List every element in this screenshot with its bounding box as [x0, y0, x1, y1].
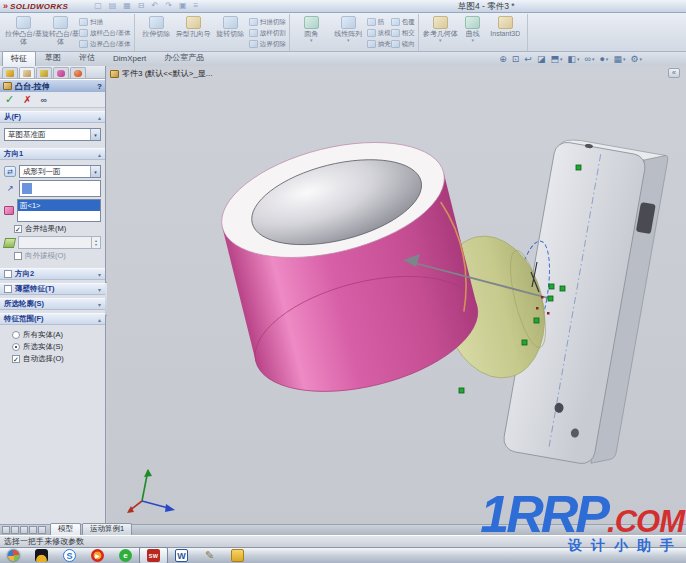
instant3d-button[interactable]: Instant3D [487, 15, 524, 38]
draft-outward-checkbox[interactable] [14, 252, 22, 260]
view-settings-icon[interactable]: ⚙▾ [630, 54, 642, 64]
swept-boss-button[interactable]: 扫描 [79, 17, 131, 27]
configuration-manager-tab[interactable] [36, 67, 52, 78]
property-manager-tab[interactable] [19, 67, 35, 78]
hide-show-items-icon[interactable]: ∞▾ [584, 54, 594, 64]
lofted-cut-button[interactable]: 放样切割 [249, 28, 286, 38]
new-document-icon[interactable]: ▢ [94, 1, 102, 11]
cancel-button[interactable]: ✗ [23, 94, 31, 105]
redo-icon[interactable]: ↷ [165, 1, 172, 11]
mirror-button[interactable]: 镜向 [391, 39, 415, 49]
graphics-viewport[interactable]: 零件3 (默认<<默认>_显... « [107, 66, 686, 524]
selected-bodies-row[interactable]: 所选实体(S) [12, 342, 101, 352]
tab-dimxpert[interactable]: DimXpert [104, 52, 155, 66]
reference-geometry-button[interactable]: 参考几何体 ▾ [422, 15, 459, 42]
flyout-feature-tree[interactable]: 零件3 (默认<<默认>_显... [110, 68, 212, 79]
folder-icon[interactable] [231, 549, 244, 562]
pane-collapse-button[interactable]: « [668, 68, 680, 78]
dropdown-arrow-icon[interactable]: ▾ [472, 38, 475, 42]
save-icon[interactable]: ▦ [123, 1, 131, 11]
word-icon[interactable]: W [175, 549, 188, 562]
tab-scroll-buttons[interactable] [2, 526, 46, 534]
storm-player-icon[interactable] [35, 549, 48, 562]
detailed-preview-icon[interactable]: ∞ [41, 95, 47, 105]
dropdown-arrow-icon[interactable]: ▾ [439, 38, 442, 42]
model-tab[interactable]: 模型 [50, 523, 81, 535]
lofted-boss-button[interactable]: 放样凸台/基体 [79, 28, 131, 38]
fillet-button[interactable]: 圆角 ▾ [293, 15, 330, 42]
sogou-browser-icon[interactable]: S [63, 549, 76, 562]
start-condition-select[interactable]: 草图基准面 ▾ [4, 128, 101, 141]
360-browser-icon[interactable]: e [119, 549, 132, 562]
from-section-header[interactable]: 从(F) ▴ [0, 111, 105, 123]
motion-study-tab[interactable]: 运动算例1 [82, 523, 132, 535]
dropdown-arrow-icon[interactable]: ▾ [347, 38, 350, 42]
draft-angle-spinner[interactable]: ▴▾ [18, 236, 101, 249]
display-style-icon[interactable]: ◧▾ [567, 54, 579, 64]
section-view-icon[interactable]: ◪ [537, 54, 546, 64]
selected-face-item[interactable]: 面<1> [18, 200, 100, 211]
linear-pattern-button[interactable]: 线性阵列 ▾ [330, 15, 367, 42]
view-orientation-icon[interactable]: ⬒▾ [550, 54, 562, 64]
merge-result-row[interactable]: ✓ 合并结果(M) [4, 224, 101, 234]
tab-sketch[interactable]: 草图 [36, 50, 70, 66]
open-icon[interactable]: ▤ [109, 1, 117, 11]
face-selection-list[interactable]: 面<1> [17, 199, 101, 222]
previous-view-icon[interactable]: ↩ [524, 54, 532, 64]
shell-button[interactable]: 抽壳 [367, 39, 391, 49]
thin-feature-checkbox[interactable] [4, 285, 12, 293]
swept-cut-button[interactable]: 扫描切除 [249, 17, 286, 27]
selected-contours-section-header[interactable]: 所选轮廓(S) ▾ [0, 298, 105, 310]
extruded-boss-button[interactable]: 拉伸凸台/基体 [5, 15, 42, 45]
rib-button[interactable]: 筋 [367, 17, 391, 27]
all-bodies-radio[interactable] [12, 331, 20, 339]
reverse-direction-icon[interactable]: ⇄ [4, 166, 16, 177]
tab-evaluate[interactable]: 评估 [70, 50, 104, 66]
feature-scope-section-header[interactable]: 特征范围(F) ▴ [0, 313, 105, 325]
tab-office-products[interactable]: 办公室产品 [155, 50, 213, 66]
pen-tool-icon[interactable]: ✎ [203, 549, 216, 562]
direction2-checkbox[interactable] [4, 270, 12, 278]
revolved-boss-button[interactable]: 旋转凸台/基体 [42, 15, 79, 45]
direction1-section-header[interactable]: 方向1 ▴ [0, 148, 105, 160]
revolved-cut-button[interactable]: 旋转切除 [212, 15, 249, 38]
zoom-fit-icon[interactable]: ⊕ [499, 54, 507, 64]
spinner-arrows[interactable]: ▴▾ [91, 237, 100, 248]
solidworks-taskbar-button[interactable]: SW [139, 547, 168, 563]
wrap-button[interactable]: 包覆 [391, 17, 415, 27]
direction2-section-header[interactable]: 方向2 ▾ [0, 268, 105, 280]
zoom-area-icon[interactable]: ⊡ [512, 54, 520, 64]
auto-select-checkbox[interactable]: ✓ [12, 355, 20, 363]
boundary-boss-button[interactable]: 边界凸台/基体 [79, 39, 131, 49]
options-icon[interactable]: ≡ [193, 1, 198, 11]
extrude-preview-body[interactable] [210, 122, 490, 412]
auto-select-row[interactable]: ✓ 自动选择(O) [12, 354, 101, 364]
display-manager-tab[interactable] [70, 67, 86, 78]
print-icon[interactable]: ⊟ [138, 1, 145, 11]
thin-feature-section-header[interactable]: 薄壁特征(T) ▾ [0, 283, 105, 295]
dropdown-arrow-icon[interactable]: ▾ [310, 38, 313, 42]
end-condition-select[interactable]: 成形到一面 ▾ [19, 165, 101, 178]
feature-manager-tab[interactable] [2, 67, 18, 78]
extruded-cut-button[interactable]: 拉伸切除 [138, 15, 175, 38]
edit-appearance-icon[interactable]: ●▾ [599, 54, 608, 64]
apply-scene-icon[interactable]: ▦▾ [613, 54, 625, 64]
curves-button[interactable]: 曲线 ▾ [459, 15, 487, 42]
boundary-cut-button[interactable]: 边界切除 [249, 39, 286, 49]
hole-wizard-button[interactable]: 异型孔向导 [175, 15, 212, 38]
ok-button[interactable]: ✓ [5, 94, 14, 105]
intersect-button[interactable]: 相交 [391, 28, 415, 38]
all-bodies-row[interactable]: 所有实体(A) [12, 330, 101, 340]
help-icon[interactable]: ? [97, 82, 102, 91]
start-button[interactable] [7, 549, 20, 562]
viewport-3d[interactable] [107, 66, 686, 524]
pps-player-icon[interactable]: ▶ [91, 549, 104, 562]
draft-button[interactable]: 拔模 [367, 28, 391, 38]
direction-reference-field[interactable] [19, 180, 101, 197]
rebuild-icon[interactable]: ▣ [179, 1, 187, 11]
merge-result-checkbox[interactable]: ✓ [14, 225, 22, 233]
dimxpert-manager-tab[interactable] [53, 67, 69, 78]
selected-bodies-radio[interactable] [12, 343, 20, 351]
tab-features[interactable]: 特征 [2, 51, 36, 66]
undo-icon[interactable]: ↶ [152, 1, 159, 11]
